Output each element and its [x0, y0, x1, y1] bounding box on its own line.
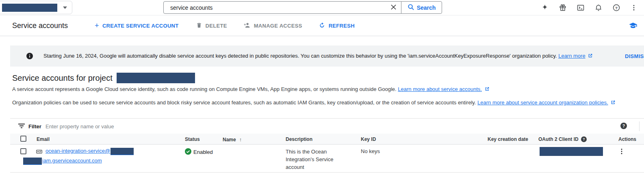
redacted-project-name [2, 4, 57, 12]
close-icon [391, 4, 396, 11]
filter-label: Filter [28, 123, 41, 130]
gemini-sparkle-icon[interactable] [541, 4, 549, 12]
column-header-name-label: Name [223, 137, 236, 143]
top-bar: service accounts Search ? [0, 0, 644, 15]
learn-more-org-policies-link[interactable]: Learn more about service account organiz… [477, 99, 608, 106]
column-header-key-id[interactable]: Key ID [361, 136, 376, 142]
column-header-email[interactable]: Email [37, 136, 50, 142]
cloud-shell-icon[interactable] [577, 4, 585, 12]
table-header: Email Status Name↑ Description Key ID Ke… [10, 134, 644, 145]
enabled-check-icon [185, 148, 191, 156]
column-header-actions: Actions [618, 136, 636, 142]
topbar-icons: ? [541, 0, 637, 15]
oauth-client-id-cell [540, 147, 603, 156]
row-actions-menu-button[interactable] [618, 148, 625, 156]
learn-more-service-accounts-link[interactable]: Learn more about service accounts. [398, 86, 482, 92]
sort-ascending-icon: ↑ [239, 136, 242, 143]
redacted-project-id [117, 73, 195, 83]
filter-button[interactable]: Filter [18, 119, 41, 134]
search-query-text: service accounts [170, 4, 386, 11]
filter-input[interactable]: Enter property name or value [46, 119, 606, 134]
status-cell: Enabled [185, 148, 213, 156]
search-button-label: Search [417, 4, 436, 11]
oauth-help-icon[interactable]: ? [581, 136, 587, 143]
banner-message: Starting June 16, 2024, Google will auto… [43, 53, 593, 59]
redacted-oauth-client-id [540, 147, 603, 156]
banner-message-text: Starting June 16, 2024, Google will auto… [43, 53, 557, 59]
service-account-email-domain-link[interactable]: iam.gserviceaccount.com [42, 158, 102, 164]
status-text: Enabled [193, 149, 213, 155]
create-service-account-label: CREATE SERVICE ACCOUNT [102, 23, 179, 29]
search-input[interactable]: service accounts [163, 1, 401, 14]
search-bar: service accounts Search [163, 1, 442, 14]
info-icon [26, 53, 33, 59]
key-id-cell: No keys [361, 148, 380, 154]
more-vert-icon[interactable] [630, 4, 637, 11]
column-header-oauth-client-id[interactable]: OAuth 2 Client ID? [538, 136, 587, 143]
intro-text: A service account represents a Google Cl… [12, 86, 397, 92]
row-checkbox[interactable] [20, 148, 26, 154]
gift-icon[interactable] [559, 4, 567, 12]
redacted-email-project-part [111, 148, 134, 155]
info-banner: Starting June 16, 2024, Google will auto… [10, 45, 644, 67]
delete-button[interactable]: DELETE [196, 22, 227, 30]
column-header-key-creation-date[interactable]: Key creation date [488, 136, 528, 142]
manage-access-button[interactable]: MANAGE ACCESS [243, 22, 302, 30]
svg-text:?: ? [583, 137, 585, 141]
help-icon[interactable]: ? [612, 4, 620, 12]
person-add-icon [243, 22, 251, 30]
delete-label: DELETE [206, 23, 227, 29]
section-heading: Service accounts for project [12, 73, 195, 83]
search-icon [408, 4, 414, 12]
refresh-button[interactable]: REFRESH [319, 22, 355, 30]
column-header-status[interactable]: Status [185, 136, 200, 142]
filter-placeholder: Enter property name or value [46, 123, 114, 130]
external-link-icon [611, 100, 616, 106]
refresh-label: REFRESH [329, 23, 355, 29]
plus-icon: + [95, 22, 99, 29]
notifications-bell-icon[interactable] [594, 4, 603, 12]
chevron-down-icon [63, 6, 67, 9]
section-heading-text: Service accounts for project [12, 73, 113, 83]
trash-icon [196, 22, 202, 30]
dismiss-button[interactable]: DISMISS [622, 45, 644, 67]
clear-search-button[interactable] [386, 4, 401, 11]
svg-text:?: ? [622, 124, 625, 128]
redacted-email-project-part-2 [23, 158, 42, 165]
description-cell: This is the Ocean Integration's Service … [286, 148, 343, 171]
create-service-account-button[interactable]: + CREATE SERVICE ACCOUNT [95, 22, 178, 29]
column-header-oauth-label: OAuth 2 Client ID [538, 136, 579, 142]
manage-access-label: MANAGE ACCESS [254, 23, 302, 29]
select-all-checkbox[interactable] [20, 136, 26, 142]
email-line-2: iam.gserviceaccount.com [23, 158, 102, 165]
banner-learn-more-link[interactable]: Learn more [558, 53, 585, 59]
external-link-icon [588, 53, 593, 59]
refresh-icon [319, 22, 325, 30]
search-button[interactable]: Search [401, 1, 442, 14]
column-header-description[interactable]: Description [286, 136, 312, 142]
column-header-name[interactable]: Name↑ [223, 136, 242, 143]
table-row: ocean-integration-service@ iam.gservicea… [10, 145, 644, 173]
email-line-1: ocean-integration-service@ [46, 148, 134, 155]
service-account-email-link[interactable]: ocean-integration-service@ [46, 148, 110, 154]
project-selector[interactable] [0, 1, 72, 14]
filter-help-icon[interactable]: ? [620, 123, 627, 129]
org-policy-text: Organization policies can be used to sec… [12, 99, 476, 106]
svg-text:?: ? [615, 5, 618, 10]
learning-cap-icon[interactable] [629, 21, 637, 30]
filter-icon [18, 123, 25, 130]
service-account-key-icon [36, 148, 43, 155]
intro-paragraph: A service account represents a Google Cl… [12, 86, 490, 93]
external-link-icon [485, 86, 490, 93]
org-policy-paragraph: Organization policies can be used to sec… [12, 99, 616, 106]
page-title: Service accounts [12, 22, 68, 30]
page-toolbar: Service accounts + CREATE SERVICE ACCOUN… [0, 15, 644, 36]
filter-bar: Filter Enter property name or value ? [10, 118, 644, 134]
divider [639, 121, 640, 131]
more-vert-icon [618, 148, 625, 156]
